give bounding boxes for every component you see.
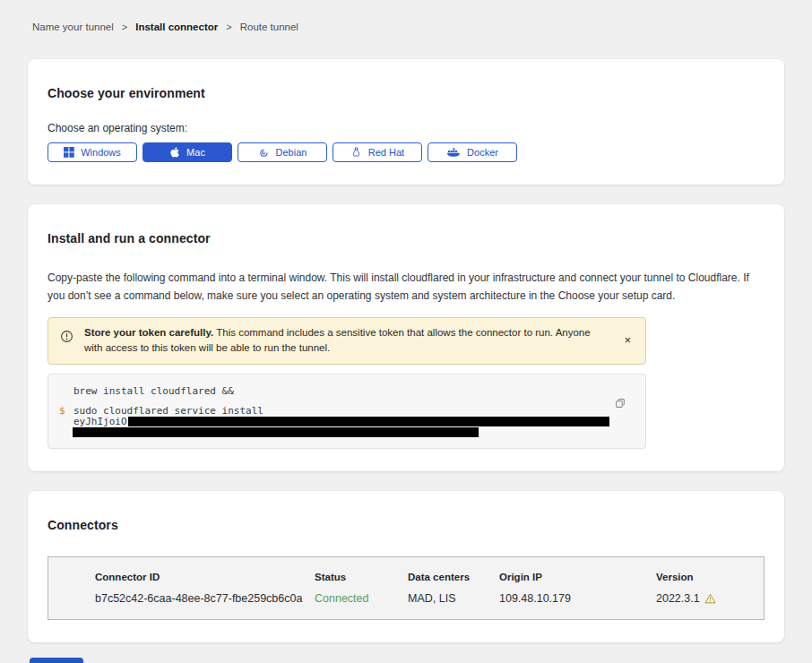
version-number: 2022.3.1 <box>656 592 700 605</box>
windows-icon <box>64 147 74 158</box>
os-button-mac[interactable]: Mac <box>143 142 232 162</box>
breadcrumb-separator: > <box>122 22 127 32</box>
table-row: b7c52c42-6caa-48ee-8c77-fbe259cb6c0a Con… <box>95 592 764 605</box>
code-line-brew: brew install cloudflared && <box>73 385 609 397</box>
token-warning-title: Store your token carefully. <box>84 327 213 338</box>
os-button-label: Red Hat <box>368 147 404 158</box>
col-header-connector-id: Connector ID <box>95 572 315 582</box>
close-icon[interactable]: × <box>620 332 635 348</box>
data-centers-value: MAD, LIS <box>408 592 499 605</box>
install-connector-card: Install and run a connector Copy-paste t… <box>28 204 784 471</box>
apple-icon <box>169 146 180 159</box>
breadcrumb-step-name-tunnel[interactable]: Name your tunnel <box>32 22 114 32</box>
code-line-sudo: $ sudo cloudflared service install <box>73 405 609 417</box>
redhat-icon <box>350 146 362 159</box>
col-header-status: Status <box>315 572 408 582</box>
os-button-windows[interactable]: Windows <box>48 142 137 162</box>
os-button-label: Debian <box>276 147 307 158</box>
code-line-sudo-text: sudo cloudflared service install <box>73 405 263 417</box>
token-redaction-bar <box>128 417 609 426</box>
install-card-description: Copy-paste the following command into a … <box>48 270 764 306</box>
environment-card: Choose your environment Choose an operat… <box>28 59 784 185</box>
connectors-table: Connector ID Status Data centers Origin … <box>48 556 764 620</box>
os-button-docker[interactable]: Docker <box>428 142 517 162</box>
connectors-card-title: Connectors <box>48 518 764 532</box>
col-header-data-centers: Data centers <box>408 572 499 582</box>
shell-prompt: $ <box>59 405 65 417</box>
version-value: 2022.3.1 <box>656 592 764 605</box>
os-select-label: Choose an operating system: <box>48 122 764 134</box>
environment-card-title: Choose your environment <box>48 86 764 100</box>
os-button-group: Windows Mac Debian Red Hat <box>48 142 764 162</box>
token-redaction-bar <box>73 427 479 437</box>
os-button-debian[interactable]: Debian <box>238 142 327 162</box>
code-line-token: eyJhIjoiO <box>73 416 609 427</box>
tunnel-setup-page: Name your tunnel > Install connector > R… <box>0 0 812 663</box>
breadcrumb: Name your tunnel > Install connector > R… <box>32 22 784 32</box>
os-button-label: Windows <box>81 147 121 158</box>
connector-id-value: b7c52c42-6caa-48ee-8c77-fbe259cb6c0a <box>95 592 315 605</box>
info-circle-icon <box>60 330 73 343</box>
install-card-title: Install and run a connector <box>48 231 764 245</box>
origin-ip-value: 109.48.10.179 <box>499 592 656 605</box>
docker-icon <box>446 147 461 159</box>
connectors-table-header: Connector ID Status Data centers Origin … <box>95 572 764 582</box>
os-button-label: Mac <box>186 147 205 158</box>
os-button-redhat[interactable]: Red Hat <box>333 142 422 162</box>
install-command-code-block: brew install cloudflared && $ sudo cloud… <box>48 374 646 449</box>
debian-icon <box>258 147 270 159</box>
breadcrumb-step-install-connector[interactable]: Install connector <box>135 22 218 32</box>
token-prefix: eyJhIjoiO <box>73 416 127 427</box>
token-warning-banner: Store your token carefully. This command… <box>48 317 646 366</box>
status-badge: Connected <box>315 592 408 605</box>
col-header-origin-ip: Origin IP <box>499 572 656 582</box>
next-button[interactable]: Next <box>30 658 83 663</box>
breadcrumb-separator: > <box>226 22 231 32</box>
warning-triangle-icon <box>704 593 716 604</box>
os-button-label: Docker <box>467 147 498 158</box>
connectors-card: Connectors Connector ID Status Data cent… <box>28 491 784 642</box>
token-warning-text: Store your token carefully. This command… <box>84 325 609 357</box>
copy-icon[interactable] <box>614 397 626 409</box>
breadcrumb-step-route-tunnel[interactable]: Route tunnel <box>240 22 298 32</box>
col-header-version: Version <box>656 572 764 582</box>
